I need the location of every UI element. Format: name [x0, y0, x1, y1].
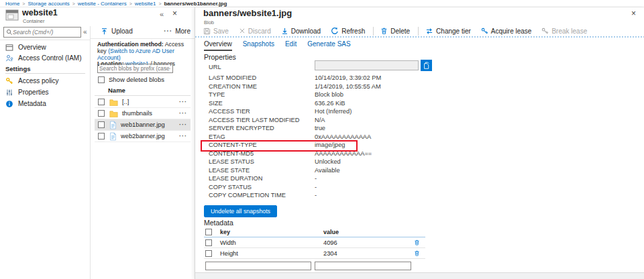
property-label: SIZE: [209, 100, 315, 107]
switch-auth-link[interactable]: (Switch to Azure AD User Account): [97, 48, 174, 61]
new-metadata-key-input[interactable]: [205, 262, 311, 270]
row-menu-icon[interactable]: ···: [179, 133, 187, 140]
blob-blade: banners/website1.jpg Blob × Save Discard: [195, 7, 644, 279]
delete-button[interactable]: Delete: [380, 27, 410, 35]
row-checkbox[interactable]: [98, 133, 105, 140]
blob-list-row-web1banner[interactable]: web1banner.jpg ···: [95, 119, 191, 131]
save-label: Save: [213, 27, 229, 35]
upload-label: Upload: [111, 27, 133, 35]
refresh-icon: [331, 27, 339, 35]
trash-icon[interactable]: [414, 249, 420, 257]
divider: [95, 95, 191, 96]
nav-search-input[interactable]: [13, 29, 77, 36]
name-column-header: Name: [108, 87, 125, 94]
metadata-value: 2304: [323, 250, 397, 257]
property-row: COPY STATUS-: [209, 183, 430, 192]
breadcrumb-home[interactable]: Home: [5, 1, 19, 7]
url-label: URL: [209, 64, 221, 70]
row-checkbox[interactable]: [98, 121, 105, 128]
save-button[interactable]: Save: [203, 27, 229, 35]
discard-button[interactable]: Discard: [239, 27, 271, 35]
tab-generate-sas[interactable]: Generate SAS: [307, 40, 350, 51]
breadcrumb-separator: >: [129, 1, 132, 6]
property-value: AAAAAAAAAAAA==: [315, 150, 372, 157]
property-label: ACCESS TIER LAST MODIFIED: [209, 117, 315, 123]
tab-overview[interactable]: Overview: [204, 40, 232, 51]
explorer-toolbar: Upload ··· More: [91, 25, 195, 37]
upload-button[interactable]: Upload: [97, 27, 133, 36]
upload-icon: [101, 27, 108, 36]
toolbar-divider: [373, 27, 374, 36]
row-checkbox[interactable]: [98, 99, 105, 105]
breadcrumb-storage-accounts[interactable]: Storage accounts: [28, 1, 69, 7]
container-icon: [5, 9, 19, 21]
key-column-header: key: [220, 229, 323, 235]
property-value: -: [315, 192, 317, 199]
sidebar-item-metadata[interactable]: Metadata: [0, 99, 91, 109]
property-row: COPY COMPLETION TIME-: [209, 191, 430, 200]
property-value: 0xAAAAAAAAAAAA: [315, 133, 371, 140]
change-tier-button[interactable]: Change tier: [425, 27, 471, 35]
breadcrumb-separator: >: [158, 1, 161, 6]
container-blade: website1 Container « × « Overview: [0, 7, 195, 279]
undelete-snapshots-button[interactable]: Undelete all snapshots: [204, 205, 277, 217]
show-deleted-checkbox[interactable]: [98, 76, 105, 83]
breadcrumb: Home > Storage accounts > website - Cont…: [0, 0, 644, 7]
blob-search-input[interactable]: [99, 65, 170, 72]
break-lease-button[interactable]: Break lease: [541, 27, 587, 35]
blade-scrollbar-track[interactable]: [195, 272, 644, 279]
refresh-label: Refresh: [341, 27, 365, 35]
sidebar-item-access-policy[interactable]: Access policy: [0, 76, 91, 86]
sidebar-item-overview[interactable]: Overview: [0, 42, 91, 52]
copy-url-button[interactable]: [421, 60, 432, 71]
key-icon: [5, 77, 13, 85]
blob-tabs: Overview Snapshots Edit Generate SAS: [204, 40, 362, 51]
row-checkbox[interactable]: [205, 250, 212, 257]
sidebar-item-properties[interactable]: Properties: [0, 87, 91, 97]
settings-section-header: Settings: [5, 65, 30, 72]
property-row: LEASE STATUSUnlocked: [209, 158, 430, 166]
more-button[interactable]: ··· More: [164, 27, 191, 35]
row-checkbox[interactable]: [98, 110, 105, 117]
tab-snapshots[interactable]: Snapshots: [243, 40, 274, 51]
download-label: Download: [291, 27, 321, 35]
breadcrumb-separator: >: [72, 1, 75, 6]
trash-icon[interactable]: [414, 239, 420, 246]
refresh-button[interactable]: Refresh: [331, 27, 365, 35]
acquire-lease-button[interactable]: Acquire lease: [481, 27, 532, 35]
close-icon[interactable]: ×: [631, 9, 636, 18]
row-checkbox[interactable]: [205, 239, 212, 246]
collapse-icon[interactable]: «: [83, 28, 87, 36]
blob-name: [..]: [122, 99, 129, 105]
metadata-row-width: Width 4096: [204, 237, 425, 248]
property-row: LEASE STATEAvailable: [209, 166, 430, 175]
sidebar-item-access-control[interactable]: Access Control (IAM): [0, 53, 91, 63]
select-all-checkbox[interactable]: [205, 229, 212, 235]
breadcrumb-website-containers[interactable]: website - Containers: [78, 1, 127, 7]
sidebar-item-label: Properties: [18, 89, 49, 96]
blob-list-row-parent[interactable]: [..] ···: [95, 97, 191, 108]
breadcrumb-website1[interactable]: website1: [135, 1, 156, 7]
discard-icon: [239, 27, 246, 34]
blob-list-row-web2banner[interactable]: web2banner.jpg ···: [95, 131, 191, 142]
download-button[interactable]: Download: [281, 27, 321, 35]
copy-icon: [423, 62, 430, 69]
property-row: CONTENT-MD5AAAAAAAAAAAA==: [209, 150, 430, 158]
new-metadata-value-input[interactable]: [315, 262, 411, 270]
blob-list-row-thumbnails[interactable]: thumbnails ···: [95, 108, 191, 119]
property-row: ACCESS TIER LAST MODIFIEDN/A: [209, 116, 430, 125]
breadcrumb-separator: >: [22, 1, 25, 6]
row-menu-icon[interactable]: ···: [179, 99, 187, 105]
azure-portal-window: Home > Storage accounts > website - Cont…: [0, 0, 644, 279]
property-value: -: [315, 175, 317, 182]
property-label: ACCESS TIER: [209, 108, 315, 115]
divider: [0, 40, 91, 40]
row-menu-icon[interactable]: ···: [179, 121, 187, 128]
property-label: CREATION TIME: [209, 83, 315, 90]
row-menu-icon[interactable]: ···: [179, 110, 187, 117]
property-row: SIZE636.26 KiB: [209, 99, 430, 108]
metadata-key: Height: [220, 250, 323, 257]
tab-edit[interactable]: Edit: [285, 40, 297, 51]
overview-icon: [5, 44, 13, 52]
toolbar-divider: [418, 27, 419, 36]
